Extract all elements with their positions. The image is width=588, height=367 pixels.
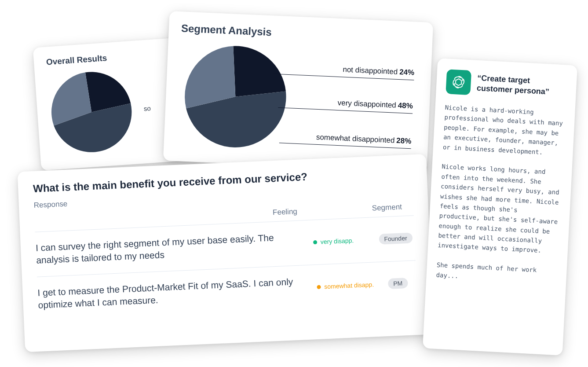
segment-label-not-disappointed: not disappointed24% xyxy=(343,65,415,77)
svg-marker-0 xyxy=(456,79,462,86)
segment-label-somewhat-disappointed: somewhat disappointed28% xyxy=(316,133,411,146)
response-feeling: somewhat disapp. xyxy=(317,281,380,290)
header-feeling: Feeling xyxy=(272,187,361,217)
feeling-label: somewhat disapp. xyxy=(324,281,374,290)
pie-slice xyxy=(231,46,288,99)
persona-body-text: Nicole is a hard-working professional wh… xyxy=(436,103,566,286)
openai-logo-icon xyxy=(446,69,471,95)
header-segment: Segment xyxy=(360,184,414,213)
segment-pie-chart xyxy=(180,42,290,152)
response-text: I can survey the right segment of my use… xyxy=(35,230,314,267)
response-segment: Founder xyxy=(376,233,415,245)
feeling-label: very disapp. xyxy=(321,237,354,246)
overall-legend-partial: so xyxy=(143,104,151,112)
response-segment: PM xyxy=(379,277,417,290)
segment-analysis-card: Segment Analysis not disappointed24% ver… xyxy=(163,11,433,172)
overall-pie-chart xyxy=(47,67,136,157)
response-text: I get to measure the Product-Market Fit … xyxy=(37,275,318,312)
segment-label-very-disappointed: very disappointed48% xyxy=(337,99,413,110)
persona-title: “Create target customer persona” xyxy=(476,73,567,98)
persona-card: “Create target customer persona” Nicole … xyxy=(423,58,577,356)
responses-card: What is the main benefit you receive fro… xyxy=(18,154,434,352)
status-dot-icon xyxy=(313,240,317,244)
segment-badge[interactable]: Founder xyxy=(379,233,413,245)
status-dot-icon xyxy=(317,285,321,289)
response-feeling: very disapp. xyxy=(313,236,377,246)
segment-badge[interactable]: PM xyxy=(388,278,408,289)
header-response: Response xyxy=(33,191,273,228)
